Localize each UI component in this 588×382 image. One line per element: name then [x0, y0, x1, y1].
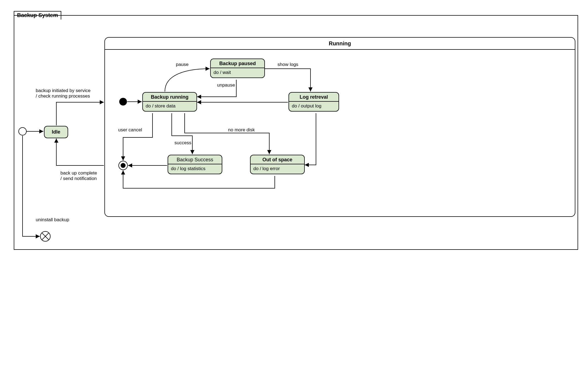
label-user-cancel: user cancel [118, 127, 142, 133]
state-backup-success: Backup Success do / log statistics [168, 155, 222, 174]
label-init-to-running: backup initiated by service / check runn… [36, 88, 90, 99]
running-title: Running [105, 40, 575, 47]
state-out-of-space-name: Out of space [251, 155, 304, 164]
state-backup-paused-name: Backup paused [211, 59, 264, 68]
label-success: success [174, 140, 191, 146]
state-backup-paused-body: do / wait [211, 68, 264, 77]
state-backup-success-body: do / log statistics [168, 164, 222, 174]
label-unpause: unpause [217, 82, 235, 88]
diagram-canvas: Backup System Running Idle Backup runnin… [0, 0, 588, 382]
running-divider [105, 49, 575, 50]
label-show-logs: show logs [278, 62, 298, 67]
state-out-of-space-body: do / log error [251, 164, 304, 174]
state-out-of-space: Out of space do / log error [250, 155, 305, 174]
state-log-retrieval-body: do / output log [289, 102, 339, 111]
state-idle: Idle [44, 126, 68, 138]
running-composite: Running [104, 37, 575, 217]
label-pause: pause [176, 62, 188, 67]
state-backup-paused: Backup paused do / wait [210, 59, 265, 78]
state-backup-running-body: do / store data [143, 102, 196, 111]
state-backup-running-name: Backup running [143, 93, 196, 102]
state-idle-label: Idle [52, 129, 60, 135]
label-running-to-idle: back up complete / send notification [60, 170, 97, 181]
state-backup-running: Backup running do / store data [142, 92, 197, 112]
state-log-retrieval-name: Log retreval [289, 93, 339, 102]
state-backup-success-name: Backup Success [168, 155, 222, 164]
label-uninstall: uninstall backup [36, 217, 69, 223]
label-no-more-disk: no more disk [228, 127, 255, 133]
state-log-retrieval: Log retreval do / output log [289, 92, 339, 112]
